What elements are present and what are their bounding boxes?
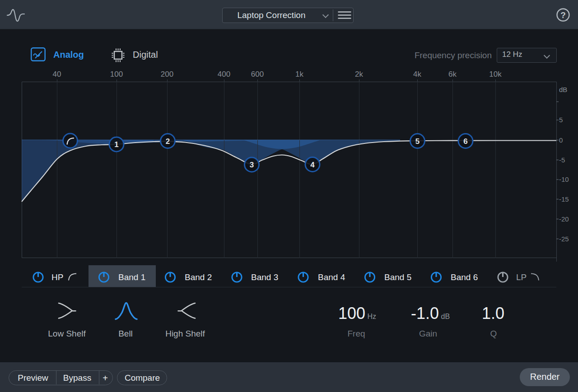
- svg-text:2: 2: [166, 137, 170, 146]
- svg-text:6: 6: [463, 137, 467, 146]
- svg-text:5: 5: [415, 137, 420, 146]
- svg-text:3: 3: [250, 161, 254, 169]
- svg-text:1: 1: [114, 140, 118, 149]
- svg-text:4: 4: [310, 161, 315, 169]
